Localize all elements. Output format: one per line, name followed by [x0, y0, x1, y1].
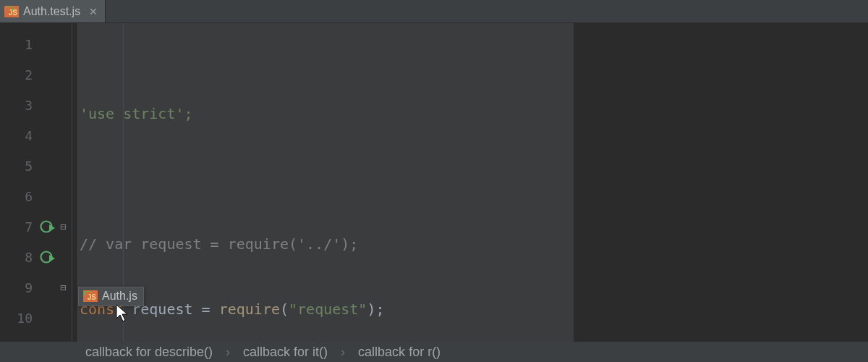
breadcrumb-item[interactable]: callback for r()	[358, 345, 441, 360]
file-tooltip[interactable]: JS Auth.js	[78, 287, 144, 306]
gutter-margin	[72, 23, 78, 342]
svg-marker-4	[116, 305, 127, 321]
chevron-right-icon: ›	[341, 345, 345, 360]
tooltip-filename: Auth.js	[102, 290, 137, 303]
gutter: 1 2 3 4 5 6 7 ⊟ 8 9 ⊟ 10	[0, 23, 72, 342]
line-number: 5	[0, 151, 72, 181]
line-number: 6	[0, 181, 72, 211]
run-test-icon[interactable]	[40, 219, 56, 235]
js-file-icon: JS	[83, 290, 98, 302]
fold-icon[interactable]: ⊟	[60, 282, 70, 292]
line-number: 2	[0, 59, 72, 90]
line-number: 8	[0, 242, 72, 272]
mouse-cursor-icon	[116, 304, 130, 327]
code-line: const request = require("request");	[78, 294, 868, 324]
line-number: 4	[0, 120, 72, 151]
editor[interactable]: 1 2 3 4 5 6 7 ⊟ 8 9 ⊟ 10 'use strict';	[0, 23, 868, 342]
line-number: 7 ⊟	[0, 211, 72, 242]
line-number: 3	[0, 90, 72, 120]
breadcrumb-item[interactable]: callback for describe()	[85, 345, 213, 360]
line-number: 9 ⊟	[0, 272, 72, 303]
code-area[interactable]: 'use strict'; // var request = require('…	[78, 23, 868, 342]
breadcrumb-item[interactable]: callback for it()	[243, 345, 328, 360]
line-number: 10	[0, 303, 72, 333]
tab-filename: Auth.test.js	[23, 5, 80, 18]
line-number: 1	[0, 29, 72, 59]
fold-icon[interactable]: ⊟	[60, 222, 70, 232]
breadcrumb[interactable]: callback for describe() › callback for i…	[0, 342, 868, 362]
js-file-icon: JS	[4, 6, 19, 17]
code-line: 'use strict';	[78, 98, 868, 129]
code-line	[78, 164, 868, 194]
run-test-icon[interactable]	[40, 249, 56, 265]
tab-auth-test[interactable]: JS Auth.test.js ✕	[0, 0, 106, 22]
tab-bar: JS Auth.test.js ✕	[0, 0, 868, 23]
code-line: // var request = require('../');	[78, 229, 868, 259]
chevron-right-icon: ›	[226, 345, 230, 360]
close-icon[interactable]: ✕	[89, 6, 98, 17]
